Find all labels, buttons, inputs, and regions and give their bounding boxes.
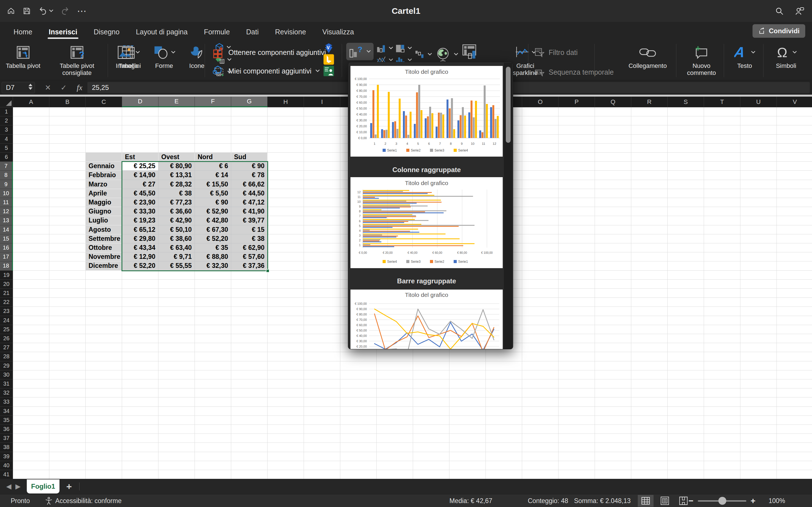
- column-header-G[interactable]: G: [231, 97, 267, 107]
- cell-F12[interactable]: € 52,90: [195, 207, 231, 216]
- cell-D6[interactable]: Est: [122, 153, 158, 162]
- cell-D11[interactable]: € 23,90: [122, 198, 158, 207]
- row-header-6[interactable]: 6: [0, 153, 13, 162]
- pivotchart-button[interactable]: [461, 44, 478, 60]
- sheet-tab-foglio1[interactable]: Foglio1: [27, 480, 59, 494]
- cell-E11[interactable]: € 77,23: [158, 198, 195, 207]
- row-header-28[interactable]: 28: [0, 352, 13, 361]
- accessibility-status[interactable]: Accessibilità: conforme: [45, 494, 121, 507]
- status-sum[interactable]: Somma: € 2.048,13: [574, 494, 631, 507]
- hierarchy-chart-button[interactable]: [395, 44, 412, 52]
- cell-C16[interactable]: Ottobre: [86, 243, 122, 252]
- cell-E8[interactable]: € 13,31: [158, 171, 195, 180]
- column-header-P[interactable]: P: [559, 97, 595, 107]
- cell-D14[interactable]: € 65,12: [122, 225, 158, 234]
- row-header-23[interactable]: 23: [0, 307, 13, 316]
- row-header-13[interactable]: 13: [0, 216, 13, 225]
- cell-G14[interactable]: € 15: [231, 225, 267, 234]
- tab-layout-di-pagina[interactable]: Layout di pagina: [130, 24, 194, 40]
- column-header-I[interactable]: I: [304, 97, 340, 107]
- column-header-H[interactable]: H: [267, 97, 304, 107]
- cell-F11[interactable]: € 90: [195, 198, 231, 207]
- text-button[interactable]: A Testo: [728, 42, 761, 69]
- cell-C14[interactable]: Agosto: [86, 225, 122, 234]
- cell-D12[interactable]: € 33,30: [122, 207, 158, 216]
- chart-preview-clustered-columns[interactable]: Titolo del grafico€ 0,00€ 10,00€ 20,00€ …: [350, 66, 503, 157]
- link-button[interactable]: Collegamento: [624, 42, 672, 69]
- row-header-25[interactable]: 25: [0, 325, 13, 334]
- add-sheet-button[interactable]: +: [66, 481, 72, 492]
- cell-F16[interactable]: € 35: [195, 243, 231, 252]
- view-page-layout-button[interactable]: [657, 495, 673, 507]
- cell-D17[interactable]: € 12,90: [122, 252, 158, 262]
- cell-C17[interactable]: Novembre: [86, 252, 122, 262]
- row-header-2[interactable]: 2: [0, 116, 13, 125]
- cell-F8[interactable]: € 14: [195, 171, 231, 180]
- cell-E18[interactable]: € 55,55: [158, 262, 195, 270]
- row-header-35[interactable]: 35: [0, 416, 13, 425]
- cell-D13[interactable]: € 19,23: [122, 216, 158, 225]
- tab-formule[interactable]: Formule: [198, 24, 236, 40]
- bing-addin-icon[interactable]: [323, 54, 335, 65]
- recommended-pivot-button[interactable]: ? Tabelle pivot consigliate: [45, 42, 109, 76]
- column-header-S[interactable]: S: [668, 97, 704, 107]
- zoom-level[interactable]: 100%: [769, 494, 785, 507]
- cell-F14[interactable]: € 67,30: [195, 225, 231, 234]
- pivot-table-button[interactable]: Tabella pivot: [5, 42, 41, 69]
- tab-dati[interactable]: Dati: [240, 24, 265, 40]
- row-header-31[interactable]: 31: [0, 379, 13, 388]
- search-icon[interactable]: [775, 6, 784, 15]
- cell-G9[interactable]: € 66,62: [231, 180, 267, 189]
- row-header-4[interactable]: 4: [0, 135, 13, 144]
- row-header-24[interactable]: 24: [0, 316, 13, 325]
- cell-D18[interactable]: € 52,20: [122, 262, 158, 270]
- cell-F15[interactable]: € 52,20: [195, 234, 231, 243]
- row-header-5[interactable]: 5: [0, 144, 13, 153]
- cell-E17[interactable]: € 9,71: [158, 252, 195, 262]
- new-comment-button[interactable]: Nuovo commento: [682, 42, 721, 76]
- cell-F10[interactable]: € 5,50: [195, 189, 231, 198]
- cell-G7[interactable]: € 90: [231, 162, 267, 171]
- row-header-19[interactable]: 19: [0, 271, 13, 280]
- insert-function-icon[interactable]: fx: [71, 83, 87, 92]
- zoom-slider-thumb[interactable]: [718, 497, 726, 505]
- chart-preview-line[interactable]: Titolo del grafico€ 100,00€ 90,00€ 80,00…: [350, 290, 503, 349]
- row-header-14[interactable]: 14: [0, 225, 13, 234]
- column-header-Q[interactable]: Q: [595, 97, 631, 107]
- row-header-18[interactable]: 18: [0, 262, 13, 270]
- shapes-button[interactable]: Forme: [149, 42, 179, 69]
- name-box[interactable]: D7: [2, 82, 35, 93]
- maps-button[interactable]: [435, 46, 458, 62]
- cell-E15[interactable]: € 38,60: [158, 234, 195, 243]
- cell-C15[interactable]: Settembre: [86, 234, 122, 243]
- cell-E13[interactable]: € 42,90: [158, 216, 195, 225]
- waterfall-chart-button[interactable]: [415, 50, 432, 59]
- row-header-27[interactable]: 27: [0, 343, 13, 352]
- cell-F18[interactable]: € 32,30: [195, 262, 231, 270]
- sheet-next-icon[interactable]: ▶: [15, 483, 20, 490]
- column-chart-button[interactable]: [376, 44, 393, 52]
- view-normal-button[interactable]: [638, 495, 654, 507]
- row-header-7[interactable]: 7: [0, 162, 13, 171]
- visio-addin-icon[interactable]: V: [323, 43, 335, 54]
- cell-C6[interactable]: [86, 153, 122, 162]
- status-count[interactable]: Conteggio: 48: [528, 494, 568, 507]
- row-header-21[interactable]: 21: [0, 289, 13, 298]
- cell-G13[interactable]: € 39,77: [231, 216, 267, 225]
- cell-C9[interactable]: Marzo: [86, 180, 122, 189]
- cell-G17[interactable]: € 57,60: [231, 252, 267, 262]
- cell-D16[interactable]: € 43,34: [122, 243, 158, 252]
- cell-C7[interactable]: Gennaio: [86, 162, 122, 171]
- cell-F7[interactable]: € 6: [195, 162, 231, 171]
- cell-G10[interactable]: € 44,50: [231, 189, 267, 198]
- cell-D9[interactable]: € 27: [122, 180, 158, 189]
- row-header-20[interactable]: 20: [0, 280, 13, 289]
- row-header-26[interactable]: 26: [0, 334, 13, 343]
- tab-inserisci[interactable]: Inserisci: [43, 24, 84, 40]
- row-header-9[interactable]: 9: [0, 180, 13, 189]
- row-header-39[interactable]: 39: [0, 452, 13, 461]
- select-all-corner[interactable]: [0, 97, 13, 107]
- cell-E16[interactable]: € 63,40: [158, 243, 195, 252]
- chart-preview-clustered-bars[interactable]: Titolo del grafico€ 0,00€ 20,00€ 40,00€ …: [350, 177, 503, 268]
- cell-F9[interactable]: € 15,50: [195, 180, 231, 189]
